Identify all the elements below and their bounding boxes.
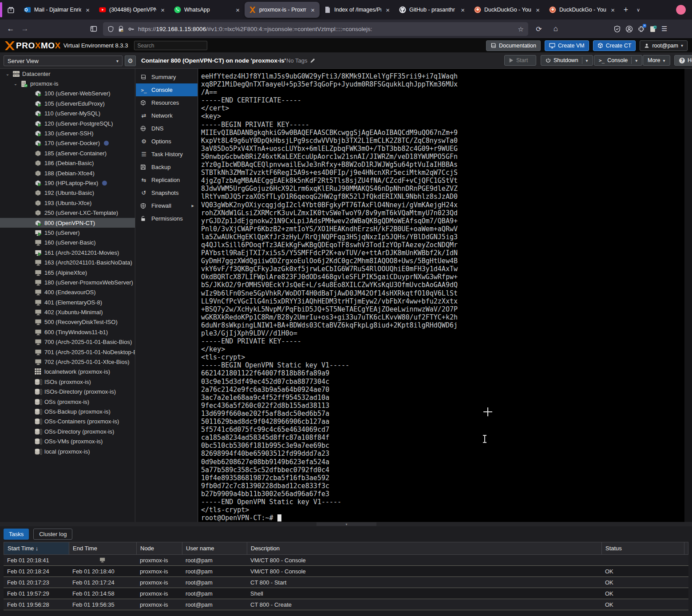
column-header-node[interactable]: Node bbox=[137, 542, 182, 554]
tree-item[interactable]: 402 (Xubuntu-Minimal) bbox=[0, 307, 135, 317]
tree-item[interactable]: 701 (Arch-2025-01-01-NoDesktop-Bios) bbox=[0, 347, 135, 357]
tab-overflow-button[interactable]: ∨ bbox=[632, 4, 645, 16]
chevron-down-icon[interactable]: ⌄ bbox=[5, 71, 10, 76]
tree-item[interactable]: 100 (uServer-WebServer) bbox=[0, 89, 135, 99]
menu-item-replication[interactable]: ⇆Replication bbox=[136, 174, 198, 186]
close-icon[interactable]: × bbox=[309, 6, 316, 14]
browser-tab[interactable]: GitHub - prasanthr× bbox=[395, 2, 470, 18]
menu-item-task-history[interactable]: ☰Task History bbox=[136, 148, 198, 161]
firefox-view-icon[interactable] bbox=[4, 4, 17, 16]
browser-tab[interactable]: proxmox-is - Proxm× bbox=[245, 2, 320, 18]
tree-item[interactable]: 190 (HPLaptop-Plex) bbox=[0, 178, 135, 188]
tree-item[interactable]: 600 (TinyWindows11-b1) bbox=[0, 327, 135, 337]
task-row[interactable]: Feb 01 19:57:29Feb 01 20:14:58proxmox-is… bbox=[4, 588, 688, 599]
tags-label[interactable]: No Tags bbox=[286, 57, 316, 64]
tree-item[interactable]: 170 (uServer-Docker) bbox=[0, 138, 135, 148]
tree-item[interactable]: OSs (proxmox-is) bbox=[0, 397, 135, 407]
tree-item-node[interactable]: ⌄proxmox-is bbox=[0, 79, 135, 88]
chevron-down-icon[interactable]: ⌄ bbox=[13, 81, 18, 86]
create-ct-button[interactable]: Create CT bbox=[593, 40, 636, 51]
tree-item[interactable]: OSs-Directory (proxmox-is) bbox=[0, 426, 135, 436]
tree-item[interactable]: ISOs (proxmox-is) bbox=[0, 377, 135, 387]
tree-item[interactable]: 160 (uServer-Basic) bbox=[0, 238, 135, 248]
splitter-handle[interactable]: ▾ bbox=[316, 522, 376, 526]
menu-item-resources[interactable]: Resources bbox=[136, 96, 198, 109]
tree-item[interactable]: 192 (Ubuntu-Basic) bbox=[0, 188, 135, 198]
tree-item[interactable]: 400 (EndeavourOS) bbox=[0, 288, 135, 297]
tree-item[interactable]: 702 (Arch-2025-01-01-Xfce-Bios) bbox=[0, 357, 135, 367]
url-text[interactable]: https://192.168.1.15:8006/#v1:0:=lxc%2F8… bbox=[138, 26, 514, 32]
tree-item[interactable]: OSs-Containers (proxmox-is) bbox=[0, 417, 135, 426]
tree-settings-button[interactable]: ⚙ bbox=[125, 55, 136, 66]
account-icon[interactable] bbox=[625, 25, 633, 33]
tree-item[interactable]: 161 (Arch-20241201-Movies) bbox=[0, 248, 135, 257]
extensions-icon[interactable]: + bbox=[637, 25, 645, 33]
column-header-start-time[interactable]: Start Time ↓ bbox=[4, 542, 69, 554]
menu-item-network[interactable]: ⇄Network bbox=[136, 109, 198, 122]
close-icon[interactable]: × bbox=[534, 6, 541, 14]
close-icon[interactable]: × bbox=[384, 6, 391, 14]
close-icon[interactable]: × bbox=[609, 6, 616, 14]
tree-item[interactable]: 163 (Arch20241101-BasicNoData) bbox=[0, 257, 135, 267]
tree-item[interactable]: local (proxmox-is) bbox=[0, 446, 135, 456]
back-button[interactable]: ← bbox=[4, 24, 18, 33]
menu-item-snapshots[interactable]: ↺Snapshots bbox=[136, 186, 198, 199]
tree-item[interactable]: 193 (Ubuntu-Xfce) bbox=[0, 198, 135, 208]
console-terminal[interactable]: eeHfYtedz4HJf8Y1lmJ5s9ubG0W29yFti3/8KMk9… bbox=[198, 69, 684, 522]
menu-item-permissions[interactable]: Permissions bbox=[136, 212, 198, 225]
documentation-button[interactable]: Documentation bbox=[486, 40, 541, 51]
view-mode-select[interactable]: Server View ▾ bbox=[4, 55, 123, 66]
task-row[interactable]: Feb 01 20:18:41proxmox-isroot@pamVM/CT 8… bbox=[4, 555, 688, 566]
help-button[interactable]: ? Help bbox=[674, 55, 692, 66]
menu-item-firewall[interactable]: Firewall▸ bbox=[136, 199, 198, 212]
tree-item[interactable]: 186 (Debian-Basic) bbox=[0, 158, 135, 168]
console-button[interactable]: >_ Console▾ bbox=[594, 55, 642, 66]
bookmark-star-icon[interactable]: ☆ bbox=[518, 25, 524, 33]
tree-item[interactable]: 105 (uServerEduProxy) bbox=[0, 99, 135, 108]
tree-item[interactable]: 165 (AlpineXfce) bbox=[0, 268, 135, 277]
close-icon[interactable]: × bbox=[159, 6, 166, 14]
tree-item[interactable]: 800 (OpenVPN-CT) bbox=[0, 218, 135, 228]
start-button[interactable]: Start bbox=[504, 55, 536, 66]
create-vm-button[interactable]: Create VM bbox=[545, 40, 589, 51]
tracking-shield-icon[interactable] bbox=[107, 26, 114, 32]
tree-item[interactable]: 188 (Debian-Xfce4) bbox=[0, 168, 135, 178]
task-row[interactable]: Feb 01 20:18:24Feb 01 20:18:40proxmox-is… bbox=[4, 566, 688, 577]
user-menu-button[interactable]: root@pam▾ bbox=[640, 40, 688, 51]
tree-item[interactable]: 180 (uServer-ProxmoxWebServer) bbox=[0, 277, 135, 287]
new-tab-button[interactable]: + bbox=[620, 4, 632, 16]
pocket-shield-icon[interactable] bbox=[613, 25, 621, 33]
menu-item-dns[interactable]: DNS bbox=[136, 122, 198, 135]
tab-cluster-log[interactable]: Cluster log bbox=[33, 529, 72, 540]
tree-item[interactable]: 120 (uServer-PostgreSQL) bbox=[0, 118, 135, 128]
tree-item[interactable]: 500 (RecoveryDiskTest-ISO) bbox=[0, 317, 135, 327]
tree-item[interactable]: 130 (uServer-SSH) bbox=[0, 128, 135, 138]
home-icon[interactable]: ⌂ bbox=[550, 23, 562, 35]
menu-item-backup[interactable]: Backup bbox=[136, 161, 198, 174]
tree-item[interactable]: ISOs-Directory (proxmox-is) bbox=[0, 387, 135, 397]
tree-item[interactable]: OSs-VMs (proxmox-is) bbox=[0, 436, 135, 446]
menu-item-summary[interactable]: Summary bbox=[136, 71, 198, 83]
column-header-user-name[interactable]: User name bbox=[182, 542, 247, 554]
browser-tab[interactable]: Index of /Images/Progr× bbox=[320, 2, 395, 18]
tree-item[interactable]: 250 (uServer-LXC-Template) bbox=[0, 208, 135, 217]
tree-item[interactable]: 401 (ElementaryOS-8) bbox=[0, 297, 135, 307]
tree-item[interactable]: OSs-Backup (proxmox-is) bbox=[0, 407, 135, 416]
column-header-description[interactable]: Description bbox=[247, 542, 602, 554]
browser-tab[interactable]: DuckDuckGo - Your× bbox=[545, 2, 620, 18]
key-permission-icon[interactable] bbox=[128, 26, 134, 32]
menu-item-console[interactable]: >_Console bbox=[136, 83, 198, 96]
tree-item[interactable]: 110 (uServer-MySQL) bbox=[0, 109, 135, 118]
close-icon[interactable]: × bbox=[84, 6, 91, 14]
browser-tab[interactable]: WhatsApp× bbox=[170, 2, 245, 18]
tab-tasks[interactable]: Tasks bbox=[4, 529, 29, 540]
more-button[interactable]: More▾ bbox=[643, 55, 670, 66]
browser-tab[interactable]: (304486) OpenVPN× bbox=[95, 2, 170, 18]
close-icon[interactable]: × bbox=[459, 6, 466, 14]
tree-item[interactable]: 150 (uServer) bbox=[0, 228, 135, 237]
browser-tab[interactable]: DuckDuckGo - Your× bbox=[470, 2, 545, 18]
lock-warning-icon[interactable] bbox=[118, 26, 124, 32]
addon-squares-icon[interactable] bbox=[649, 25, 657, 33]
avatar[interactable] bbox=[676, 5, 686, 15]
reload-icon[interactable]: ⟳ bbox=[533, 23, 545, 35]
